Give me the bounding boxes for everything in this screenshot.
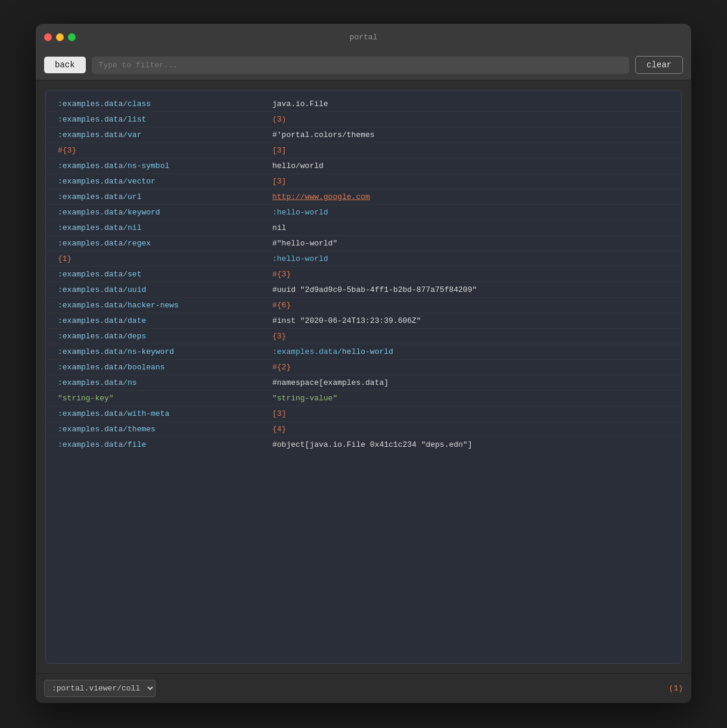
table-row[interactable]: :examples.data/with-meta[3] [46,406,681,422]
row-key: :examples.data/hacker-news [58,301,272,310]
table-row[interactable]: #{3}[3] [46,143,681,158]
table-row[interactable]: :examples.data/ns#namespace[examples.dat… [46,375,681,391]
table-row[interactable]: :examples.data/urlhttp://www.google.com [46,189,681,205]
row-value: {3} [272,332,669,341]
row-value: {4} [272,425,669,434]
row-key: :examples.data/vector [58,177,272,186]
row-key: :examples.data/deps [58,332,272,341]
row-key: :examples.data/regex [58,239,272,248]
table-row[interactable]: :examples.data/file#object[java.io.File … [46,437,681,452]
table-row[interactable]: :examples.data/uuid#uuid "2d9ad9c0-5bab-… [46,282,681,298]
row-value: #{3} [272,270,669,279]
row-key: :examples.data/themes [58,425,272,434]
row-value: (3) [272,115,669,124]
table-row[interactable]: :examples.data/themes{4} [46,422,681,437]
row-key: :examples.data/uuid [58,285,272,294]
row-value: hello/world [272,161,669,170]
main-content: :examples.data/classjava.io.File:example… [36,80,691,673]
row-key: :examples.data/file [58,440,272,449]
row-value: :hello-world [272,254,669,263]
table-row[interactable]: :examples.data/hacker-news#{6} [46,298,681,313]
table-row[interactable]: :examples.data/deps{3} [46,329,681,344]
table-row[interactable]: :examples.data/booleans#{2} [46,360,681,375]
row-value: #object[java.io.File 0x41c1c234 "deps.ed… [272,440,669,449]
minimize-button[interactable] [56,33,64,41]
table-row[interactable]: {1}:hello-world [46,251,681,267]
row-key: {1} [58,254,272,263]
row-key: :examples.data/list [58,115,272,124]
row-value: :examples.data/hello-world [272,347,669,356]
traffic-lights [44,33,76,41]
table-row[interactable]: :examples.data/set#{3} [46,267,681,282]
table-row[interactable]: :examples.data/var#'portal.colors/themes [46,127,681,143]
table-row[interactable]: :examples.data/date#inst "2020-06-24T13:… [46,313,681,329]
row-key: :examples.data/keyword [58,208,272,217]
table-row[interactable]: :examples.data/classjava.io.File [46,97,681,112]
table-row[interactable]: :examples.data/list(3) [46,112,681,127]
row-value: #namespace[examples.data] [272,378,669,387]
row-key: :examples.data/ns-symbol [58,161,272,170]
row-key: "string-key" [58,394,272,403]
clear-button[interactable]: clear [635,56,683,74]
back-button[interactable]: back [44,57,86,73]
row-value: #"hello-world" [272,239,669,248]
row-key: :examples.data/class [58,99,272,108]
table-row[interactable]: "string-key""string-value" [46,391,681,406]
row-value: http://www.google.com [272,192,669,201]
row-value: nil [272,223,669,232]
row-key: :examples.data/date [58,316,272,325]
row-key: :examples.data/var [58,130,272,139]
table-row[interactable]: :examples.data/ns-keyword:examples.data/… [46,344,681,360]
row-key: :examples.data/nil [58,223,272,232]
filter-input[interactable] [92,57,629,74]
status-count: (1) [669,684,683,693]
row-value: "string-value" [272,394,669,403]
row-key: :examples.data/ns [58,378,272,387]
toolbar: back clear [36,50,691,80]
row-value: [3] [272,177,669,186]
data-panel: :examples.data/classjava.io.File:example… [45,90,682,664]
row-value: #'portal.colors/themes [272,130,669,139]
row-key: :examples.data/url [58,192,272,201]
table-row[interactable]: :examples.data/keyword:hello-world [46,205,681,220]
row-key: :examples.data/set [58,270,272,279]
app-window: portal back clear :examples.data/classja… [36,24,691,703]
row-value: #inst "2020-06-24T13:23:39.606Z" [272,316,669,325]
row-value: java.io.File [272,99,669,108]
row-value: #uuid "2d9ad9c0-5bab-4ff1-b2bd-877a75f84… [272,285,669,294]
row-key: :examples.data/ns-keyword [58,347,272,356]
row-value: [3] [272,146,669,155]
row-value: #{2} [272,363,669,372]
titlebar: portal [36,24,691,50]
row-key: :examples.data/with-meta [58,409,272,418]
row-value: #{6} [272,301,669,310]
row-value: [3] [272,409,669,418]
close-button[interactable] [44,33,52,41]
row-key: :examples.data/booleans [58,363,272,372]
maximize-button[interactable] [68,33,76,41]
bottombar: :portal.viewer/coll (1) [36,673,691,703]
table-row[interactable]: :examples.data/ns-symbolhello/world [46,158,681,174]
table-row[interactable]: :examples.data/nilnil [46,220,681,236]
table-row[interactable]: :examples.data/vector[3] [46,174,681,189]
row-key: #{3} [58,146,272,155]
window-title: portal [350,33,378,42]
table-row[interactable]: :examples.data/regex#"hello-world" [46,236,681,251]
viewer-select[interactable]: :portal.viewer/coll [44,680,156,697]
row-value: :hello-world [272,208,669,217]
